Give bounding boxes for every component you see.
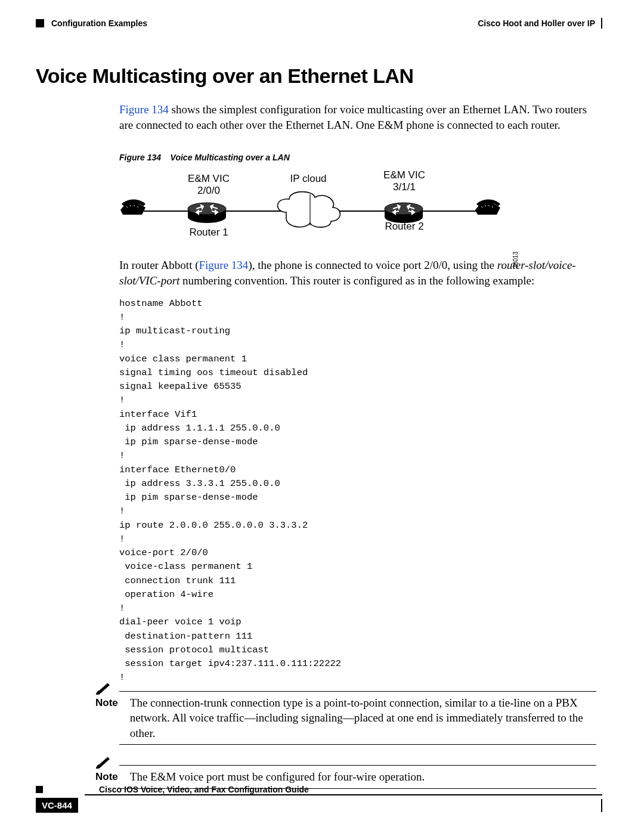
fig-label-em-left-bot: 2/0/0: [197, 185, 220, 196]
pencil-icon: [95, 680, 113, 695]
page-header: Configuration Examples Cisco Hoot and Ho…: [36, 18, 602, 29]
page-footer: Cisco IOS Voice, Video, and Fax Configur…: [36, 785, 602, 813]
para2-pre: In router Abbott (: [119, 259, 199, 271]
footer-divider-icon: [601, 799, 602, 812]
fig-label-ipcloud: IP cloud: [287, 173, 329, 185]
figure-ref-link[interactable]: Figure 134: [119, 103, 169, 116]
intro-text: shows the simplest configuration for voi…: [119, 103, 587, 131]
figure-number: Figure 134: [119, 153, 161, 162]
page-number: VC-844: [36, 798, 78, 813]
page-title: Voice Multicasting over an Ethernet LAN: [36, 64, 602, 88]
fig-label-router2: Router 2: [380, 221, 428, 233]
config-paragraph: In router Abbott (Figure 134), the phone…: [119, 258, 596, 288]
footer-bullet-icon: [36, 786, 43, 793]
header-section-title: Configuration Examples: [51, 18, 147, 28]
svg-point-23: [385, 203, 423, 215]
pencil-icon: [95, 754, 113, 769]
footer-guide-title: Cisco IOS Voice, Video, and Fax Configur…: [99, 785, 309, 794]
fig-label-router1: Router 1: [185, 227, 233, 239]
header-chapter-title: Cisco Hoot and Holler over IP: [478, 18, 595, 28]
note-label: Note: [95, 695, 118, 741]
config-code-block: hostname Abbott ! ip multicast-routing !…: [119, 297, 602, 685]
fig-label-em-right-top: E&M VIC: [383, 169, 425, 181]
figure-ref-link-2[interactable]: Figure 134: [199, 259, 249, 271]
figure-caption: Figure 134 Voice Multicasting over a LAN: [119, 153, 602, 162]
intro-paragraph: Figure 134 shows the simplest configurat…: [119, 102, 596, 132]
svg-point-12: [188, 203, 226, 215]
note-block-1: Note The connection-trunk connection typ…: [95, 691, 596, 745]
fig-label-em-right-bot: 3/1/1: [393, 181, 416, 193]
figure-id: 36013: [512, 252, 519, 268]
figure-title: Voice Multicasting over a LAN: [171, 153, 290, 162]
note-label: Note: [95, 769, 118, 785]
header-divider-icon: [601, 18, 602, 29]
para2-post: numbering convention. This router is con…: [179, 274, 534, 287]
fig-label-em-left-top: E&M VIC: [188, 173, 230, 184]
para2-mid: ), the phone is connected to voice port …: [248, 259, 497, 271]
note-text: The connection-trunk connection type is …: [130, 695, 596, 741]
note-text: The E&M voice port must be configured fo…: [130, 769, 596, 785]
header-bullet-icon: [36, 19, 44, 27]
figure-diagram: E&M VIC 2/0/0 IP cloud E&M VIC 3/1/1 Rou…: [119, 169, 513, 247]
